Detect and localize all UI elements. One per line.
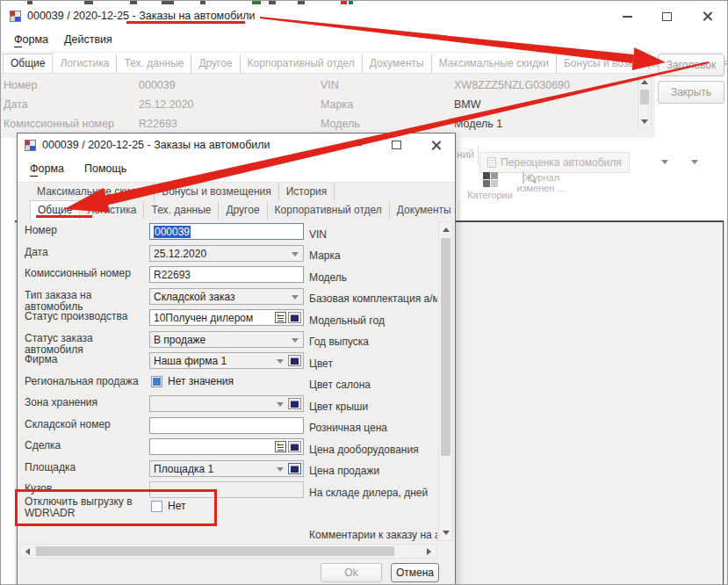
header-label: Модель: [321, 118, 360, 130]
chevron-down-icon[interactable]: [274, 353, 286, 368]
scroll-left-icon[interactable]: [25, 548, 30, 555]
dialog-horizontal-scrollbar[interactable]: [19, 544, 437, 559]
chevron-down-icon[interactable]: [289, 246, 301, 261]
zakryt-button[interactable]: Закрыть: [658, 81, 724, 104]
open-form-icon[interactable]: [288, 441, 301, 452]
chevron-down-icon[interactable]: [274, 461, 286, 476]
scrollbar-thumb[interactable]: [441, 238, 450, 456]
dtab-drugoe[interactable]: Другое: [219, 201, 267, 220]
dtab-bonusy[interactable]: Бонусы и возмещения: [155, 183, 278, 201]
close-icon: [430, 140, 441, 150]
ok-button-label: Ok: [344, 567, 357, 579]
zona-hraneniya-combobox[interactable]: [149, 395, 304, 412]
data-combobox[interactable]: 25.12.2020: [149, 245, 304, 262]
artifact: [252, 1, 261, 4]
maximize-icon: [392, 141, 401, 149]
status-proizvodstva-input[interactable]: 10Получен дилером: [149, 309, 304, 326]
close-icon: [702, 11, 712, 21]
categories-icon: [483, 172, 498, 187]
header-label: Комиссионный номер: [4, 118, 114, 130]
chevron-down-icon[interactable]: [274, 396, 286, 411]
right-label-model: Модель: [309, 271, 437, 284]
ploschadka-combobox[interactable]: Площадка 1: [149, 460, 304, 477]
regional-sale-checkbox[interactable]: [151, 376, 162, 387]
right-label-marka: Марка: [309, 249, 437, 262]
tip-zakaza-combobox[interactable]: Складской заказ: [149, 288, 304, 305]
status-zakaza-combobox[interactable]: В продаже: [149, 331, 304, 348]
zagolovok-button[interactable]: Заголовок: [658, 54, 724, 76]
open-form-icon[interactable]: [288, 463, 301, 474]
field-label: Зона хранения: [25, 397, 148, 408]
menu-deystviya[interactable]: Действия: [64, 33, 112, 46]
skladskoy-nomer-input[interactable]: [149, 417, 304, 434]
header-vertical-scrollbar[interactable]: [638, 76, 652, 128]
tab-drugoe[interactable]: Другое: [191, 54, 240, 73]
selected-text: 000039: [154, 226, 191, 238]
dtab-maksimalnye-skidki[interactable]: Максимальные скидки: [30, 183, 155, 201]
tab-obschie[interactable]: Общие: [3, 54, 53, 73]
input-value: R22693: [154, 269, 301, 281]
dialog-titlebar[interactable]: 000039 / 2020-12-25 - Заказы на автомоби…: [18, 134, 455, 159]
main-header-form: Номер 000039 Дата 25.12.2020 Комиссионны…: [1, 73, 655, 138]
dialog-menu-forma[interactable]: Форма: [30, 162, 64, 175]
document-icon: [487, 157, 496, 168]
right-label-vin: VIN: [309, 228, 437, 241]
dialog-menu-pomosch[interactable]: Помощь: [84, 162, 126, 175]
open-form-icon[interactable]: [288, 355, 301, 366]
scroll-right-icon[interactable]: [427, 548, 431, 555]
dtab-korporativnyy-otdel[interactable]: Корпоративный отдел: [268, 201, 390, 220]
dropdown-icon[interactable]: [691, 160, 698, 164]
komissionny-input[interactable]: R22693: [149, 266, 304, 283]
chevron-down-icon[interactable]: [289, 289, 301, 304]
main-titlebar[interactable]: 000039 / 2020-12-25 - Заказы на автомоби…: [1, 5, 728, 28]
dialog-close-button[interactable]: [423, 136, 448, 154]
list-select-icon[interactable]: [275, 312, 286, 323]
header-label: Дата: [4, 98, 28, 111]
scroll-down-icon[interactable]: [443, 531, 450, 535]
input-value: 10Получен дилером: [154, 312, 273, 324]
revaluation-tab[interactable]: Переоценка автомобиля: [479, 152, 630, 173]
scroll-up-icon[interactable]: [443, 228, 450, 232]
nomer-input[interactable]: 000039: [149, 223, 304, 240]
firma-combobox[interactable]: Наша фирма 1: [149, 352, 304, 369]
combo-value: Наша фирма 1: [154, 355, 274, 367]
sdelka-input[interactable]: [149, 438, 304, 455]
dtab-teh-dannye[interactable]: Тех. данные: [144, 201, 219, 220]
header-value: 000039: [139, 79, 176, 91]
categories-label: Категории: [467, 190, 513, 200]
list-select-icon[interactable]: [275, 441, 286, 452]
toolbar-journal[interactable]: Журнал изменен ...: [515, 172, 566, 193]
artifact: [27, 1, 32, 4]
menu-forma[interactable]: Форма: [14, 33, 48, 46]
dtab-istoriya[interactable]: История: [279, 183, 335, 201]
open-form-icon[interactable]: [288, 398, 301, 409]
tab-logistika[interactable]: Логистика: [53, 54, 117, 73]
close-button[interactable]: [695, 7, 719, 25]
minimize-button[interactable]: [615, 8, 639, 25]
scroll-down-icon[interactable]: [641, 119, 648, 124]
scroll-up-icon[interactable]: [641, 80, 648, 84]
cancel-button[interactable]: Отмена: [391, 563, 439, 582]
partial-tab-label: ний: [457, 148, 474, 161]
tab-dokumenty[interactable]: Документы: [363, 54, 432, 73]
tab-korporativnyy-otdel[interactable]: Корпоративный отдел: [241, 54, 363, 73]
toolbar-categories[interactable]: Категории: [465, 172, 515, 200]
dialog-minimize-button[interactable]: [344, 136, 369, 154]
field-label: Площадка: [25, 462, 148, 473]
scrollbar-thumb[interactable]: [36, 546, 394, 556]
dialog-maximize-button[interactable]: [384, 136, 408, 154]
scrollbar-thumb[interactable]: [640, 90, 649, 105]
chevron-down-icon[interactable]: [289, 332, 301, 347]
tab-teh-dannye[interactable]: Тех. данные: [117, 54, 191, 73]
tab-maksimalnye-skidki[interactable]: Максимальные скидки: [432, 54, 557, 73]
maximize-button[interactable]: [654, 8, 679, 25]
cancel-button-label: Отмена: [396, 567, 434, 579]
dropdown-icon[interactable]: [661, 160, 668, 164]
ok-button[interactable]: Ok: [321, 563, 382, 582]
open-form-icon[interactable]: [288, 312, 301, 323]
dialog-vertical-scrollbar[interactable]: [438, 221, 453, 541]
background-right-scroll-strip[interactable]: [724, 220, 728, 585]
header-value: Модель 1: [454, 118, 502, 130]
dtab-dokumenty[interactable]: Документы: [390, 201, 459, 220]
form-icon: [25, 140, 36, 151]
